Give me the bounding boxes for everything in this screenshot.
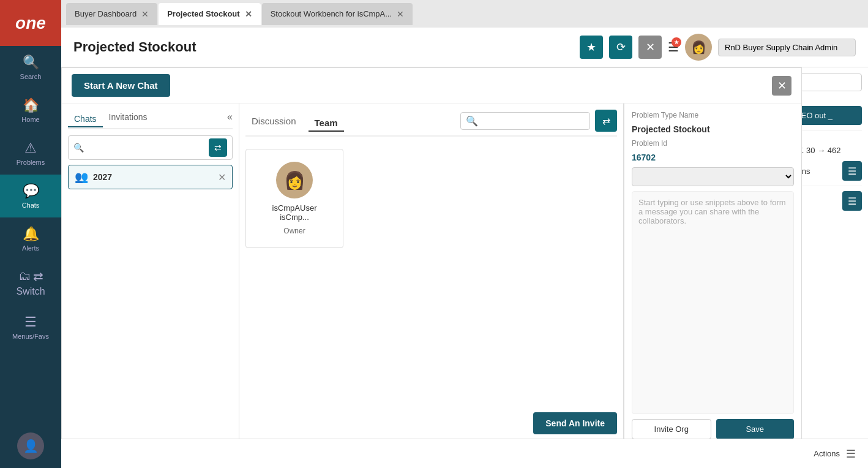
- notification-badge: ★: [672, 37, 681, 47]
- invite-org-button[interactable]: Invite Org: [632, 419, 711, 439]
- header-actions: ★ ⟳ ✕ ☰ ★ 👩 RnD Buyer Supply Chain Admin: [580, 34, 856, 61]
- sidebar-item-problems[interactable]: ⚠ Problems: [0, 132, 61, 175]
- home-icon: 🏠: [23, 97, 39, 113]
- page-content: Start A New Chat ✕ Chats Invitations « 🔍…: [61, 67, 868, 439]
- refresh-button[interactable]: ⟳: [609, 36, 632, 59]
- sidebar: one 🔍 Search 🏠 Home ⚠ Problems 💬 Chats 🔔…: [0, 0, 61, 468]
- user-avatar[interactable]: 👩: [685, 34, 712, 61]
- sidebar-item-label-menus: Menus/Favs: [12, 333, 49, 340]
- disc-search-input[interactable]: [482, 116, 585, 126]
- app-logo[interactable]: one: [0, 0, 61, 46]
- chat-overlay-close-button[interactable]: ✕: [772, 76, 791, 96]
- user-avatar-small[interactable]: 👤: [17, 432, 44, 459]
- bottom-bar: Actions ☰: [61, 439, 868, 468]
- bottom-actions-row: Actions ☰: [814, 447, 856, 461]
- chats-icon: 💬: [23, 183, 39, 199]
- group-icon: 👥: [75, 170, 88, 184]
- chat-search-input[interactable]: [88, 143, 205, 153]
- tab-close-projected-stockout[interactable]: ✕: [245, 10, 252, 18]
- tab-chats[interactable]: Chats: [68, 111, 103, 127]
- message-placeholder: Start typing or use snippets above to fo…: [638, 198, 786, 225]
- menus-icon: ☰: [24, 314, 37, 330]
- team-member-avatar: 👩: [276, 162, 313, 198]
- bottom-actions-label: Actions: [814, 449, 840, 458]
- problem-dropdown[interactable]: [632, 167, 794, 186]
- tab-close-buyer-dashboard[interactable]: ✕: [141, 10, 149, 18]
- page-title: Projected Stockout: [73, 39, 196, 55]
- sidebar-item-label-problems: Problems: [17, 159, 45, 166]
- collapse-icon[interactable]: «: [227, 111, 233, 123]
- sidebar-item-alerts[interactable]: 🔔 Alerts: [0, 217, 61, 260]
- notification-wrapper: ☰ ★: [668, 40, 679, 55]
- discussion-tabs: Discussion Team 🔍 ⇄: [245, 110, 617, 137]
- chat-search-box: 🔍 ⇄: [68, 135, 233, 160]
- team-member-role: Owner: [283, 227, 305, 235]
- tab-label-buyer-dashboard: Buyer Dashboard: [75, 9, 137, 18]
- problem-id-value: 16702: [632, 153, 794, 162]
- tab-discussion[interactable]: Discussion: [245, 113, 302, 129]
- user-role-select[interactable]: RnD Buyer Supply Chain Admin: [718, 39, 856, 56]
- chat-list-item[interactable]: 👥 2027 ✕: [68, 165, 233, 189]
- tab-buyer-dashboard[interactable]: Buyer Dashboard ✕: [66, 3, 157, 25]
- disc-filter-button[interactable]: ⇄: [595, 110, 617, 132]
- actions-menu-button-1[interactable]: ☰: [842, 161, 862, 181]
- tab-stockout-workbench[interactable]: Stockout Workbench for isCmpA... ✕: [262, 3, 413, 25]
- sidebar-item-switch[interactable]: 🗂 ⇄ Switch: [0, 260, 61, 306]
- chat-body: Chats Invitations « 🔍 ⇄ 👥 2027 ✕: [62, 104, 801, 439]
- tab-label-stockout-workbench: Stockout Workbench for isCmpA...: [271, 9, 392, 18]
- tab-close-stockout-workbench[interactable]: ✕: [397, 10, 404, 18]
- alerts-icon: 🔔: [23, 226, 39, 242]
- search-icon: 🔍: [23, 55, 39, 70]
- sidebar-item-label-chats: Chats: [22, 202, 40, 209]
- chats-pane: Chats Invitations « 🔍 ⇄ 👥 2027 ✕: [62, 104, 239, 439]
- team-member-name: isCmpAUser isCmp...: [258, 203, 331, 222]
- problem-type-label: Problem Type Name: [632, 111, 794, 119]
- disc-search-row: 🔍 ⇄: [460, 110, 617, 132]
- chat-item-close[interactable]: ✕: [218, 172, 226, 183]
- sidebar-item-label-home: Home: [21, 116, 39, 123]
- tab-invitations[interactable]: Invitations: [103, 110, 154, 124]
- sidebar-item-search[interactable]: 🔍 Search: [0, 46, 61, 89]
- favorite-button[interactable]: ★: [580, 36, 603, 59]
- main-content: Buyer Dashboard ✕ Projected Stockout ✕ S…: [61, 0, 868, 468]
- sidebar-item-label-switch: Switch: [16, 286, 45, 297]
- save-button[interactable]: Save: [716, 419, 795, 439]
- actions-menu-button-2[interactable]: ☰: [842, 191, 862, 211]
- sidebar-item-label-alerts: Alerts: [22, 244, 39, 252]
- sidebar-item-label-search: Search: [20, 73, 42, 80]
- problem-id-label: Problem Id: [632, 139, 794, 148]
- chat-search-icon: 🔍: [73, 143, 84, 153]
- sidebar-item-chats[interactable]: 💬 Chats: [0, 175, 61, 217]
- chat-overlay: Start A New Chat ✕ Chats Invitations « 🔍…: [61, 67, 802, 439]
- sidebar-item-home[interactable]: 🏠 Home: [0, 89, 61, 132]
- bottom-menu-button[interactable]: ☰: [846, 447, 856, 461]
- start-new-chat-button[interactable]: Start A New Chat: [72, 74, 170, 97]
- problems-icon: ⚠: [24, 140, 37, 156]
- chat-tabs: Chats Invitations «: [68, 110, 233, 129]
- problem-pane: Problem Type Name Projected Stockout Pro…: [624, 104, 801, 439]
- discussion-pane: Discussion Team 🔍 ⇄ 👩: [239, 104, 624, 439]
- page-header: Projected Stockout ★ ⟳ ✕ ☰ ★ 👩 RnD Buyer…: [61, 28, 868, 67]
- problem-type-select[interactable]: [632, 167, 794, 186]
- sidebar-item-menus[interactable]: ☰ Menus/Favs: [0, 306, 61, 349]
- problem-type-value: Projected Stockout: [632, 124, 794, 134]
- tab-team[interactable]: Team: [309, 115, 344, 132]
- chat-item-name: 2027: [93, 172, 213, 182]
- send-invite-button[interactable]: Send An Invite: [533, 412, 617, 434]
- close-button[interactable]: ✕: [638, 36, 662, 59]
- switch-icon-2: ⇄: [33, 269, 43, 284]
- switch-icon-1: 🗂: [18, 269, 31, 284]
- tab-label-projected-stockout: Projected Stockout: [167, 9, 239, 18]
- team-member-card: 👩 isCmpAUser isCmp... Owner: [245, 149, 343, 248]
- team-members-list: 👩 isCmpAUser isCmp... Owner: [245, 143, 617, 254]
- problem-actions: Invite Org Save: [632, 419, 794, 439]
- message-area[interactable]: Start typing or use snippets above to fo…: [632, 191, 794, 414]
- logo-text: one: [15, 13, 46, 33]
- disc-search-box: 🔍: [460, 112, 590, 130]
- chat-filter-button[interactable]: ⇄: [209, 138, 227, 157]
- chat-overlay-header: Start A New Chat ✕: [62, 68, 801, 104]
- disc-search-icon: 🔍: [466, 115, 478, 127]
- tab-projected-stockout[interactable]: Projected Stockout ✕: [159, 3, 260, 25]
- tab-bar: Buyer Dashboard ✕ Projected Stockout ✕ S…: [61, 0, 868, 28]
